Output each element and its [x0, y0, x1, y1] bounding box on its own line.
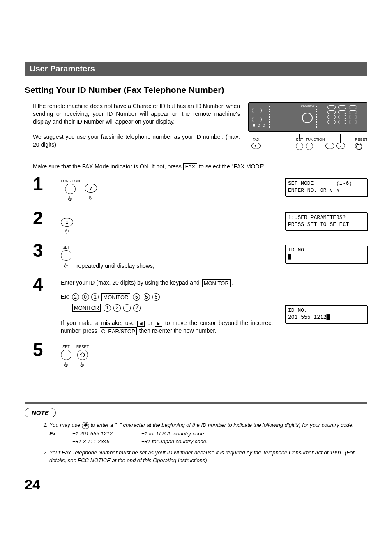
keypad-key-icon [349, 110, 357, 114]
step-1: 1 FUNCTION 7 SET MODE (1-6) ENTER NO. OR… [33, 176, 367, 203]
press-hand-icon [61, 196, 80, 203]
star-key-icon: ✱ [82, 422, 89, 429]
arrow-left-key-icon: ◀ [137, 321, 145, 327]
lcd-display-1: SET MODE (1-6) ENTER NO. OR ∨ ∧ [285, 178, 367, 196]
note-divider [25, 402, 367, 404]
digit-5-icon: 5 [143, 293, 150, 301]
callout-set: SET [296, 138, 303, 150]
monitor-key: MONITOR [202, 279, 231, 288]
seven-key-illustration: 7 [85, 178, 97, 202]
press-hand-icon [76, 362, 89, 369]
step-2: 2 1 1:USER PARAMETERS? PRESS SET TO SELE… [33, 210, 367, 236]
arrow-right-key-icon: ▶ [155, 321, 162, 327]
digit-1-icon: 1 [123, 304, 131, 312]
callout-one: 1 [325, 142, 334, 149]
panel-brand-label: Panasonic [301, 104, 315, 107]
digit-2-icon: 2 [133, 304, 141, 312]
reset-button-icon [77, 350, 88, 360]
page-number: 24 [25, 477, 367, 493]
fax-button-icon [251, 143, 261, 149]
function-button-icon [65, 184, 76, 194]
function-button-icon [306, 143, 313, 150]
ex-label: Ex: [61, 293, 70, 300]
step-number: 2 [33, 210, 61, 226]
keypad-key-icon [349, 105, 357, 109]
panel-callouts: FAX SET FUNCTION 1 [248, 136, 367, 153]
step-4-p2-prefix: If you make a mistake, use [61, 320, 137, 326]
keypad-key-icon [338, 115, 346, 119]
note-item-2: Your Fax Telephone Number must be set as… [49, 449, 367, 465]
panel-dial-icon [302, 113, 313, 123]
intro-block: If the remote machine does not have a Ch… [25, 102, 367, 156]
callout-fax: FAX [251, 138, 261, 150]
step-4-p2-suffix: then re-enter the new number. [139, 327, 217, 334]
panel-keypad [327, 105, 364, 124]
key-7-icon: 7 [336, 143, 345, 149]
note-1-suffix: to enter a "+" character at the beginnin… [90, 422, 353, 428]
digit-2-icon: 2 [72, 293, 79, 301]
key-1-icon: 1 [325, 143, 334, 149]
lcd-display-3: ID NO. █ [285, 245, 367, 263]
note-ex-label: Ex : [49, 430, 61, 438]
lcd-display-2: 1:USER PARAMETERS? PRESS SET TO SELECT [285, 212, 367, 230]
note-badge: NOTE [25, 408, 56, 417]
callout-function: FUNCTION [306, 138, 325, 150]
key-1-icon: 1 [61, 218, 73, 227]
callout-reset: RESET [355, 138, 367, 150]
step-4-period: . [231, 279, 233, 286]
press-hand-icon [85, 194, 97, 202]
set-label: SET [61, 344, 71, 349]
set-label: SET [61, 245, 71, 249]
step-number: 5 [33, 342, 61, 358]
indicator-dot-icon [263, 124, 265, 127]
digit-0-icon: 0 [82, 293, 89, 301]
step-4-p1-prefix: Enter your ID (max. 20 digits) by using … [61, 279, 201, 286]
set-button-illustration: SET [61, 245, 71, 270]
keypad-key-icon [349, 115, 357, 119]
step-5-body: SET RESET [61, 342, 367, 369]
fax-key-boxed: FAX [183, 163, 198, 170]
panel-left-buttons [252, 108, 262, 122]
step-4-or: or [147, 320, 155, 326]
keypad-key-icon [327, 110, 336, 114]
prestep-prefix: Make sure that the FAX Mode indicator is… [33, 163, 183, 170]
note-ex1-num: +1 201 555 1212 [72, 430, 130, 438]
indicator-dot-icon [258, 124, 260, 127]
press-hand-icon [61, 362, 71, 369]
section-header-bar: User Parameters [25, 62, 367, 76]
press-hand-icon [61, 262, 71, 270]
keypad-key-icon [327, 120, 336, 124]
prestep-instruction: Make sure that the FAX Mode indicator is… [33, 163, 367, 170]
note-ex2-desc: +81 for Japan country code. [141, 438, 208, 446]
step-4-body: Enter your ID (max. 20 digits) by using … [61, 276, 285, 335]
step-3: 3 SET repeatedly until display shows; ID… [33, 242, 367, 270]
note-section: NOTE You may use ✱ to enter a "+" charac… [25, 402, 367, 464]
lcd-display-4: ID NO. 201 555 1212█ [285, 305, 367, 323]
keypad-key-icon [338, 110, 346, 114]
monitor-key: MONITOR [72, 304, 101, 312]
intro-p2: We suggest you use your facsimile teleph… [33, 133, 240, 149]
clear-stop-key: CLEAR/STOP [100, 327, 137, 336]
subheading: Setting Your ID Number (Fax Telephone Nu… [25, 85, 367, 95]
step-2-body: 1 [61, 210, 285, 236]
note-item-1: You may use ✱ to enter a "+" character a… [49, 421, 367, 446]
digit-5-icon: 5 [152, 293, 160, 301]
keypad-key-icon [349, 120, 357, 124]
digit-5-icon: 5 [133, 293, 140, 301]
press-hand-icon [61, 228, 73, 236]
keypad-key-icon [338, 105, 346, 109]
reset-label: RESET [76, 344, 89, 349]
function-button-illustration: FUNCTION [61, 178, 80, 203]
intro-text: If the remote machine does not have a Ch… [33, 102, 240, 156]
panel-button-icon [252, 117, 262, 122]
step-number: 1 [33, 176, 61, 192]
step-3-text: repeatedly until display shows; [76, 263, 154, 269]
steps-list: 1 FUNCTION 7 SET MODE (1-6) ENTER NO. OR… [33, 176, 367, 369]
step-3-body: SET repeatedly until display shows; [61, 242, 285, 270]
note-1-prefix: You may use [49, 422, 82, 428]
indicator-dot-icon [253, 124, 255, 127]
control-panel-box: Panasonic [248, 102, 367, 132]
set-button-illustration: SET [61, 344, 71, 369]
step-number: 3 [33, 242, 61, 259]
digit-1-icon: 1 [104, 304, 111, 312]
